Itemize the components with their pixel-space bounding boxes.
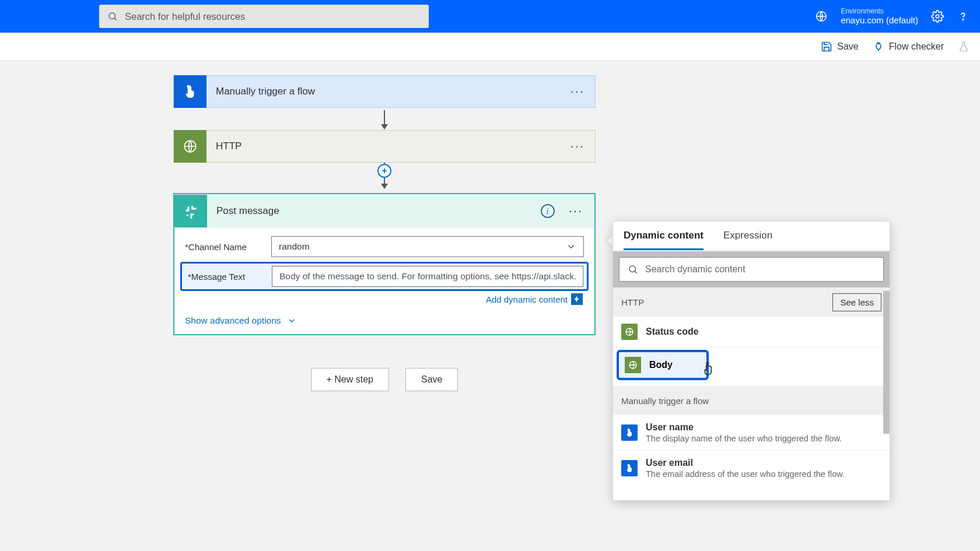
search-icon bbox=[107, 11, 118, 22]
add-dynamic-flag-icon[interactable] bbox=[571, 293, 583, 305]
top-right: Environments enayu.com (default) bbox=[815, 7, 970, 26]
svg-point-3 bbox=[936, 15, 939, 18]
svg-point-0 bbox=[109, 13, 116, 19]
toolbar-save-label: Save bbox=[837, 41, 858, 52]
panel-scroll[interactable]: HTTP See less Status code Body Manually … bbox=[613, 287, 890, 500]
group-trigger-label: Manually trigger a flow bbox=[621, 396, 709, 406]
step-trigger-menu[interactable]: ··· bbox=[570, 84, 584, 99]
item-status-code[interactable]: Status code bbox=[613, 317, 890, 348]
trigger-tile bbox=[174, 75, 206, 108]
panel-tabs: Dynamic content Expression bbox=[613, 222, 890, 251]
add-dynamic-link[interactable]: Add dynamic content bbox=[486, 294, 568, 304]
item-user-name[interactable]: User name The display name of the user w… bbox=[613, 415, 890, 451]
scrollbar-thumb[interactable] bbox=[883, 291, 890, 434]
save-icon bbox=[821, 41, 832, 52]
channel-value: random bbox=[279, 241, 310, 252]
toolbar-flow-checker-label: Flow checker bbox=[889, 41, 944, 52]
see-less-button[interactable]: See less bbox=[832, 293, 881, 311]
group-http-label: HTTP bbox=[621, 297, 644, 307]
channel-label: *Channel Name bbox=[185, 242, 271, 252]
info-icon[interactable]: i bbox=[541, 204, 555, 218]
panel-search[interactable] bbox=[619, 257, 884, 282]
message-input-wrap[interactable] bbox=[272, 266, 583, 287]
environment-name: enayu.com (default) bbox=[841, 15, 918, 26]
post-title: Post message bbox=[216, 205, 279, 217]
save-flow-button[interactable]: Save bbox=[405, 368, 458, 391]
chevron-down-icon bbox=[566, 241, 576, 252]
svg-point-4 bbox=[963, 19, 963, 20]
svg-point-6 bbox=[629, 266, 636, 272]
svg-line-1 bbox=[114, 18, 116, 20]
item-user-name-desc: The display name of the user who trigger… bbox=[646, 434, 842, 443]
help-icon[interactable] bbox=[957, 10, 970, 23]
channel-row: *Channel Name random bbox=[185, 236, 584, 257]
step-http-title: HTTP bbox=[216, 141, 242, 152]
step-http[interactable]: HTTP ··· bbox=[173, 130, 596, 163]
cursor-icon bbox=[702, 360, 717, 378]
insert-step-button[interactable]: + bbox=[377, 164, 391, 178]
slack-icon bbox=[183, 203, 198, 219]
http-tile bbox=[174, 130, 206, 163]
panel-search-input[interactable] bbox=[645, 264, 875, 275]
message-input[interactable] bbox=[279, 271, 576, 282]
message-label: *Message Text bbox=[188, 272, 272, 282]
touch-icon bbox=[183, 84, 198, 99]
flow-checker-icon bbox=[873, 41, 884, 52]
channel-select[interactable]: random bbox=[271, 236, 584, 257]
step-post-menu[interactable]: ··· bbox=[569, 203, 583, 219]
lightning-icon bbox=[573, 295, 581, 303]
svg-line-7 bbox=[635, 271, 636, 273]
step-http-menu[interactable]: ··· bbox=[570, 139, 584, 154]
item-body-label: Body bbox=[649, 360, 673, 370]
group-http: HTTP See less bbox=[613, 287, 890, 317]
flow-checker-button[interactable]: Flow checker bbox=[873, 41, 944, 52]
test-icon[interactable] bbox=[958, 41, 970, 52]
globe-icon bbox=[621, 324, 638, 340]
arrow-1 bbox=[173, 108, 596, 130]
item-user-email[interactable]: User email The email address of the user… bbox=[613, 451, 890, 486]
touch-icon bbox=[621, 424, 638, 441]
message-row: *Message Text bbox=[180, 262, 589, 291]
show-advanced-label: Show advanced options bbox=[185, 315, 281, 326]
add-dynamic-row: Add dynamic content bbox=[185, 293, 584, 305]
step-post-message: Post message i ··· *Channel Name random bbox=[173, 193, 596, 335]
post-header[interactable]: Post message i ··· bbox=[174, 194, 594, 228]
flow-column: Manually trigger a flow ··· HTTP ··· + P… bbox=[173, 75, 596, 391]
group-trigger: Manually trigger a flow bbox=[613, 386, 890, 415]
panel-search-wrap bbox=[613, 251, 890, 287]
save-button[interactable]: Save bbox=[821, 41, 858, 52]
tab-dynamic-content[interactable]: Dynamic content bbox=[624, 222, 704, 250]
chevron-down-icon bbox=[287, 316, 296, 325]
tab-expression[interactable]: Expression bbox=[723, 222, 772, 250]
bottom-buttons: + New step Save bbox=[173, 368, 596, 391]
item-body[interactable]: Body bbox=[617, 350, 709, 380]
new-step-button[interactable]: + New step bbox=[311, 368, 389, 391]
touch-icon bbox=[621, 460, 638, 476]
item-status-code-label: Status code bbox=[646, 327, 699, 337]
search-input[interactable] bbox=[125, 11, 421, 22]
settings-icon[interactable] bbox=[931, 10, 944, 23]
top-bar: Environments enayu.com (default) bbox=[0, 0, 980, 33]
environment-picker[interactable]: Environments enayu.com (default) bbox=[841, 7, 918, 26]
dynamic-content-panel: Dynamic content Expression HTTP See less… bbox=[612, 221, 890, 501]
arrow-2: + bbox=[173, 163, 596, 193]
globe-icon bbox=[183, 139, 198, 154]
environment-icon bbox=[815, 10, 828, 23]
item-user-email-desc: The email address of the user who trigge… bbox=[646, 469, 845, 479]
globe-icon bbox=[625, 357, 641, 373]
environment-label: Environments bbox=[841, 7, 918, 15]
search-box[interactable] bbox=[99, 5, 429, 28]
post-body: *Channel Name random *Message Text bbox=[174, 228, 594, 334]
item-user-email-label: User email bbox=[646, 458, 845, 468]
step-trigger-title: Manually trigger a flow bbox=[216, 86, 315, 97]
toolbar: Save Flow checker bbox=[0, 33, 980, 61]
slack-tile bbox=[174, 195, 207, 227]
show-advanced-link[interactable]: Show advanced options bbox=[185, 315, 584, 326]
item-user-name-label: User name bbox=[646, 422, 842, 433]
search-icon bbox=[628, 264, 638, 275]
step-trigger[interactable]: Manually trigger a flow ··· bbox=[173, 75, 596, 108]
